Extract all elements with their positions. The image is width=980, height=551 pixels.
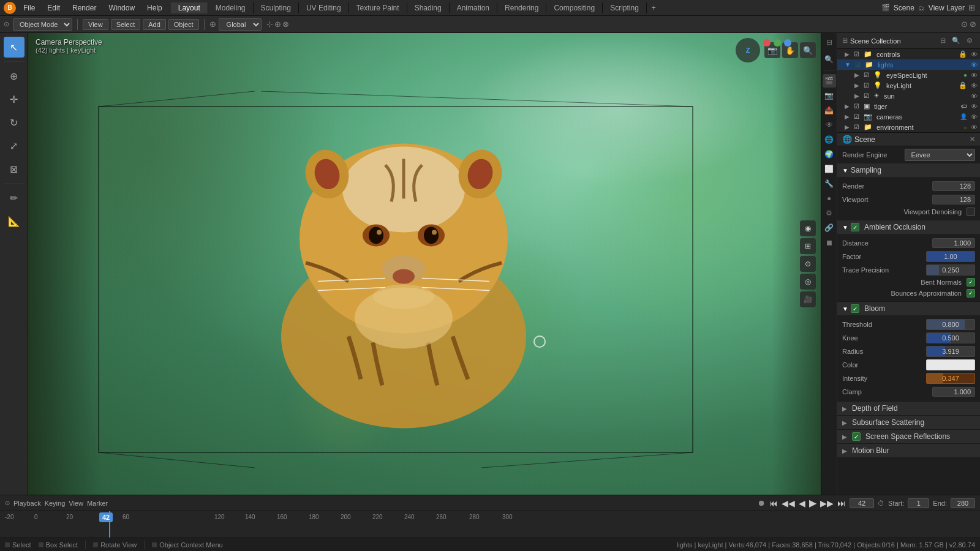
sc-item-tiger[interactable]: ▶ ☑ ▣ tiger 🏷 👁 <box>837 101 980 111</box>
snap-icon[interactable]: ⊙ <box>961 20 968 29</box>
sc-checkbox-cameras[interactable]: ☑ <box>854 113 859 120</box>
bloom-radius-slider[interactable]: 3.919 <box>926 346 975 357</box>
modifier-props-icon[interactable]: 🔧 <box>823 177 836 190</box>
tool-transform[interactable]: ⊠ <box>4 159 24 179</box>
current-frame-input[interactable]: 42 <box>850 498 874 508</box>
ssr-checkbox[interactable]: ✓ <box>852 432 861 441</box>
sc-vis-controls[interactable]: 👁 <box>971 51 978 58</box>
viewport-render-button[interactable]: 🎥 <box>800 291 816 307</box>
tool-annotate[interactable]: ✏ <box>4 187 24 208</box>
prev-keyframe-button[interactable]: ◀ <box>799 498 805 508</box>
filter-icon[interactable]: ⊟ <box>823 36 836 49</box>
tab-scripting[interactable]: Scripting <box>603 2 647 13</box>
tab-modeling[interactable]: Modeling <box>208 2 254 13</box>
add-workspace-button[interactable]: + <box>647 2 661 13</box>
dof-section-header[interactable]: ▶ Depth of Field <box>837 402 980 415</box>
tool-move[interactable]: ✛ <box>4 89 24 110</box>
world-props-icon[interactable]: 🌍 <box>823 148 836 161</box>
view-layer-name[interactable]: View Layer <box>929 4 965 12</box>
menu-render[interactable]: Render <box>67 2 101 13</box>
viewport-xray-button[interactable]: ◎ <box>800 274 816 290</box>
collection-options-icon[interactable]: ⚙ <box>964 36 975 47</box>
tab-uv-editing[interactable]: UV Editing <box>299 2 349 13</box>
sc-vis-eye[interactable]: 👁 <box>971 72 978 79</box>
mb-section-header[interactable]: ▶ Motion Blur <box>837 444 980 457</box>
ao-factor-slider[interactable]: 1.00 <box>926 251 975 262</box>
tab-sculpting[interactable]: Sculpting <box>254 2 299 13</box>
sc-vis-lights[interactable]: 👁 <box>971 61 978 69</box>
output-props-icon[interactable]: 📤 <box>823 103 836 117</box>
sampling-section-header[interactable]: ▼ Sampling <box>837 163 980 177</box>
bloom-color-swatch[interactable] <box>926 359 975 370</box>
menu-edit[interactable]: Edit <box>42 2 65 13</box>
bent-normals-checkbox[interactable]: ✓ <box>967 278 975 287</box>
tool-cursor[interactable]: ⊕ <box>4 66 24 86</box>
proportional-icon[interactable]: ⊘ <box>970 20 976 29</box>
sc-item-controls[interactable]: ▶ ☑ 📁 controls 🔒 👁 <box>837 49 980 59</box>
timeline-ruler[interactable]: -20 0 20 42 60 120 140 160 180 200 220 2… <box>0 511 980 538</box>
sc-checkbox-key[interactable]: ☑ <box>864 82 869 89</box>
tab-layout[interactable]: Layout <box>171 2 208 13</box>
object-button[interactable]: Object <box>168 19 199 30</box>
tl-view-label[interactable]: View <box>69 500 83 507</box>
bloom-checkbox[interactable]: ✓ <box>851 304 859 313</box>
bounces-checkbox[interactable]: ✓ <box>967 289 975 298</box>
scene2-props-icon[interactable]: 🌐 <box>823 133 836 146</box>
bloom-section-header[interactable]: ▼ ✓ Bloom <box>837 302 980 315</box>
tool-select[interactable]: ↖ <box>4 37 24 58</box>
sc-checkbox-lights[interactable]: ☑ <box>855 61 861 68</box>
collection-search-icon[interactable]: 🔍 <box>951 36 962 47</box>
sc-eye-controls[interactable]: 🔒 <box>959 50 967 58</box>
tool-rotate[interactable]: ↻ <box>4 112 24 133</box>
sc-vis-key[interactable]: 👁 <box>971 82 978 89</box>
scene-name[interactable]: Scene <box>894 4 914 12</box>
tab-compositing[interactable]: Compositing <box>546 2 603 13</box>
tab-texture-paint[interactable]: Texture Paint <box>349 2 407 13</box>
search-props-icon[interactable]: 🔍 <box>823 53 836 66</box>
denoising-checkbox[interactable] <box>967 208 975 216</box>
sc-item-cameras[interactable]: ▶ ☑ 📷 cameras 👤 👁 <box>837 111 980 122</box>
tool-measure[interactable]: 📐 <box>4 211 24 231</box>
ao-section-header[interactable]: ▼ ✓ Ambient Occlusion <box>837 220 980 234</box>
tab-animation[interactable]: Animation <box>450 2 497 13</box>
win-dot-green[interactable] <box>774 39 781 47</box>
material-props-icon[interactable]: ◼ <box>823 236 836 249</box>
bloom-knee-slider[interactable]: 0.500 <box>926 332 975 343</box>
sc-vis-cameras[interactable]: 👁 <box>971 113 978 121</box>
ssr-section-header[interactable]: ▶ ✓ Screen Space Reflections <box>837 430 980 443</box>
viewport-shading-button[interactable]: ◉ <box>800 220 816 236</box>
bloom-intensity-slider[interactable]: 0.347 <box>926 373 975 384</box>
transform-icon-2[interactable]: ⊕ <box>274 20 281 29</box>
sc-checkbox-env[interactable]: ☑ <box>854 124 859 130</box>
playback-label[interactable]: Playback <box>13 500 41 507</box>
next-keyframe-button[interactable]: ▶▶ <box>820 498 834 508</box>
collection-filter-icon[interactable]: ⊟ <box>937 36 948 47</box>
win-dot-blue[interactable] <box>784 39 791 47</box>
physics-props-icon[interactable]: ⚙ <box>823 206 836 220</box>
keying-label[interactable]: Keying <box>45 500 66 507</box>
sc-vis-tiger[interactable]: 👁 <box>971 103 978 110</box>
view-layer-props-icon[interactable]: 👁 <box>823 118 836 132</box>
view-button[interactable]: View <box>83 19 108 30</box>
sc-checkbox-controls[interactable]: ☑ <box>854 51 859 58</box>
ao-distance-value[interactable]: 1.000 <box>932 238 975 248</box>
sc-checkbox-tiger[interactable]: ☑ <box>854 103 859 110</box>
render-engine-select[interactable]: Eevee <box>905 149 976 161</box>
sc-item-eye-spec-light[interactable]: ▶ ☑ 💡 eyeSpecLight ● 👁 <box>837 70 980 80</box>
sc-vis-env[interactable]: 👁 <box>971 124 978 131</box>
tab-shading[interactable]: Shading <box>407 2 450 13</box>
props-panel-options[interactable]: ✕ <box>970 135 975 143</box>
axis-indicator[interactable]: Z <box>736 38 760 62</box>
sc-vis-sun[interactable]: 👁 <box>971 92 978 100</box>
marker-label[interactable]: Marker <box>87 500 108 507</box>
bloom-threshold-slider[interactable]: 0.800 <box>926 319 975 330</box>
tab-rendering[interactable]: Rendering <box>497 2 546 13</box>
win-dot-red[interactable] <box>763 39 771 47</box>
viewport[interactable]: Camera Perspective (42) lights | keyLigh… <box>28 33 821 495</box>
tool-scale[interactable]: ⤢ <box>4 135 24 156</box>
constraints-props-icon[interactable]: 🔗 <box>823 221 836 234</box>
end-frame-input[interactable]: 280 <box>951 498 975 508</box>
skip-end-button[interactable]: ⏭ <box>837 498 846 508</box>
mode-select[interactable]: Object Mode <box>13 18 72 31</box>
ao-checkbox[interactable]: ✓ <box>851 223 859 231</box>
